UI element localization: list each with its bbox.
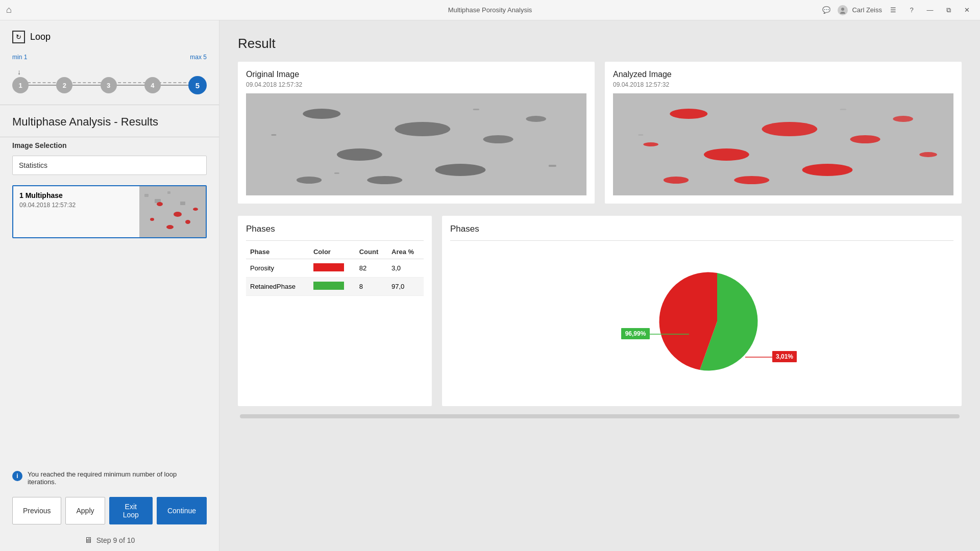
menu-button[interactable]: ☰ <box>886 3 900 17</box>
svg-point-21 <box>297 177 322 184</box>
step-node-3[interactable]: 3 <box>101 77 117 93</box>
analyzed-image-panel: Analyzed Image 09.04.2018 12:57:32 <box>605 62 962 204</box>
red-label-text: 3,01% <box>776 353 793 360</box>
close-button[interactable]: ✕ <box>960 3 974 17</box>
pie-container: 96,99% 3,01% <box>450 245 953 398</box>
phases-chart-title: Phases <box>450 224 953 234</box>
svg-rect-4 <box>144 194 149 197</box>
titlebar: ⌂ Multiphase Porosity Analysis 💬 Carl Ze… <box>0 0 980 20</box>
app-title: Multiphase Porosity Analysis <box>448 6 532 14</box>
phase-name-2: RetainedPhase <box>246 278 309 296</box>
svg-point-31 <box>762 122 818 136</box>
scrollbar-x[interactable] <box>240 414 960 418</box>
phase-area-1: 3,0 <box>387 259 424 278</box>
svg-point-12 <box>166 225 174 229</box>
phase-color-2 <box>309 278 355 296</box>
loop-label: Loop <box>30 32 51 42</box>
home-icon[interactable]: ⌂ <box>6 5 12 15</box>
bottom-row: Phases Phase Color Count Area % Porosity <box>238 216 962 406</box>
statistics-box: Statistics <box>12 156 207 175</box>
user-avatar <box>838 5 848 15</box>
restore-button[interactable]: ⧉ <box>941 3 955 17</box>
phases-table-panel: Phases Phase Color Count Area % Porosity <box>238 216 432 406</box>
exit-loop-button[interactable]: Exit Loop <box>109 497 153 524</box>
step-node-4[interactable]: 4 <box>144 77 161 93</box>
svg-point-23 <box>367 176 402 184</box>
svg-rect-2 <box>139 186 206 237</box>
svg-point-39 <box>919 152 937 157</box>
svg-point-0 <box>841 8 844 11</box>
stepper-min-label: min 1 <box>12 54 27 61</box>
color-swatch-green <box>313 282 344 290</box>
image-card[interactable]: 1 Multiphase 09.04.2018 12:57:32 <box>12 185 207 238</box>
button-row: Previous Apply Exit Loop Continue <box>0 492 219 530</box>
svg-point-20 <box>435 164 486 176</box>
analyzed-image-date: 09.04.2018 12:57:32 <box>613 81 953 88</box>
continue-button[interactable]: Continue <box>157 497 207 524</box>
user-name: Carl Zeiss <box>852 6 882 14</box>
svg-point-9 <box>174 212 182 217</box>
step-label: Step 9 of 10 <box>96 536 135 544</box>
images-row: Original Image 09.04.2018 12:57:32 <box>238 62 962 204</box>
svg-point-33 <box>850 135 880 143</box>
col-count: Count <box>355 245 387 259</box>
right-panel: Result Original Image 09.04.2018 12:57:3… <box>219 20 980 551</box>
svg-point-34 <box>802 164 853 176</box>
main-container: ↻ Loop min 1 max 5 ↓ 1 2 3 4 5 Multiphas… <box>0 20 980 551</box>
stepper-area: min 1 max 5 ↓ 1 2 3 4 5 <box>0 48 219 105</box>
previous-button[interactable]: Previous <box>12 497 61 524</box>
original-image-panel: Original Image 09.04.2018 12:57:32 <box>238 62 595 204</box>
loop-header: ↻ Loop <box>0 20 219 48</box>
stepper-max-label: max 5 <box>190 54 207 61</box>
step-node-2[interactable]: 2 <box>56 77 72 93</box>
svg-rect-40 <box>638 134 643 136</box>
phases-table-title: Phases <box>246 224 424 234</box>
svg-point-32 <box>704 148 749 161</box>
original-image-date: 09.04.2018 12:57:32 <box>246 81 586 88</box>
image-selection-label: Image Selection <box>0 137 219 154</box>
chat-button[interactable]: 💬 <box>819 3 834 17</box>
help-button[interactable]: ? <box>904 3 919 17</box>
svg-rect-26 <box>549 165 556 167</box>
svg-rect-6 <box>167 191 170 194</box>
table-row: RetainedPhase 8 97,0 <box>246 278 424 296</box>
info-message: You reached the required minimum number … <box>28 470 207 486</box>
svg-rect-27 <box>334 172 339 174</box>
image-card-info: 1 Multiphase 09.04.2018 12:57:32 <box>13 186 139 237</box>
apply-button[interactable]: Apply <box>65 497 105 524</box>
color-swatch-red <box>313 263 344 271</box>
original-image-placeholder <box>246 93 586 195</box>
svg-point-17 <box>395 122 451 136</box>
col-color: Color <box>309 245 355 259</box>
titlebar-right: 💬 Carl Zeiss ☰ ? — ⧉ ✕ <box>819 3 974 17</box>
phases-table: Phase Color Count Area % Porosity 82 3,0 <box>246 245 424 296</box>
image-card-title: 1 Multiphase <box>19 191 133 199</box>
svg-rect-25 <box>473 109 479 110</box>
section-title: Multiphase Analysis - Results <box>0 105 219 137</box>
svg-point-13 <box>193 208 198 211</box>
svg-point-8 <box>157 202 163 206</box>
image-card-thumb <box>139 186 206 237</box>
step-node-1[interactable]: 1 <box>12 77 29 93</box>
phase-area-2: 97,0 <box>387 278 424 296</box>
left-panel: ↻ Loop min 1 max 5 ↓ 1 2 3 4 5 Multiphas… <box>0 20 219 551</box>
phase-name-1: Porosity <box>246 259 309 278</box>
svg-rect-41 <box>840 109 846 110</box>
svg-point-11 <box>150 218 154 221</box>
stepper-labels: min 1 max 5 <box>12 54 207 61</box>
minimize-button[interactable]: — <box>923 3 937 17</box>
svg-point-35 <box>664 177 689 184</box>
analyzed-image-title: Analyzed Image <box>613 70 953 79</box>
result-title: Result <box>238 36 962 52</box>
svg-point-1 <box>840 12 845 14</box>
svg-point-30 <box>670 109 707 119</box>
col-area: Area % <box>387 245 424 259</box>
table-row: Porosity 82 3,0 <box>246 259 424 278</box>
svg-rect-24 <box>271 134 276 136</box>
info-bar: i You reached the required minimum numbe… <box>12 470 207 486</box>
step-node-5[interactable]: 5 <box>188 76 207 94</box>
loop-icon: ↻ <box>12 31 25 43</box>
col-phase: Phase <box>246 245 309 259</box>
image-card-date: 09.04.2018 12:57:32 <box>19 202 133 209</box>
step-footer: 🖥 Step 9 of 10 <box>0 530 219 551</box>
